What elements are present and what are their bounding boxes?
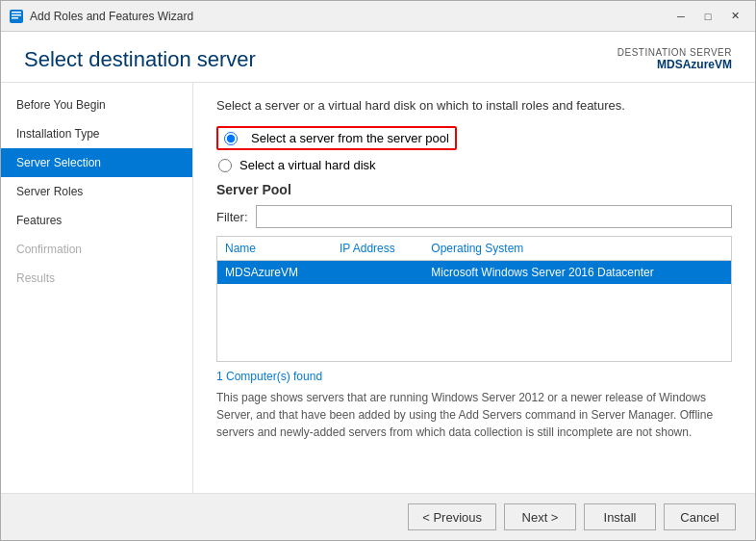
sidebar-item-features[interactable]: Features <box>1 206 192 235</box>
previous-button[interactable]: < Previous <box>408 503 496 530</box>
sidebar-item-results: Results <box>1 264 192 293</box>
cell-name: MDSAzureVM <box>217 261 332 285</box>
radio-server-pool-label: Select a server from the server pool <box>251 131 449 145</box>
server-table: Name IP Address Operating System MDSAzur… <box>216 236 732 362</box>
radio-virtual-disk-option[interactable]: Select a virtual hard disk <box>218 158 732 172</box>
server-pool-section: Server Pool Filter: Name IP Address Oper… <box>216 182 732 441</box>
cancel-button[interactable]: Cancel <box>664 503 736 530</box>
radio-server-pool-option[interactable]: Select a server from the server pool <box>216 126 732 150</box>
sidebar: Before You Begin Installation Type Serve… <box>1 83 193 493</box>
svg-rect-3 <box>12 12 21 13</box>
next-button[interactable]: Next > <box>504 503 576 530</box>
sidebar-item-installation-type[interactable]: Installation Type <box>1 119 192 148</box>
radio-virtual-disk[interactable] <box>218 159 232 172</box>
destination-server-label: DESTINATION SERVER <box>617 47 732 58</box>
body-area: Before You Begin Installation Type Serve… <box>1 83 755 493</box>
table-empty-row <box>217 284 732 361</box>
col-ip: IP Address <box>332 237 423 261</box>
wizard-window: Add Roles and Features Wizard ─ □ ✕ Sele… <box>0 0 756 541</box>
server-pool-title: Server Pool <box>216 182 732 197</box>
window-title: Add Roles and Features Wizard <box>30 10 668 23</box>
description-text: This page shows servers that are running… <box>216 389 732 441</box>
table-header-row: Name IP Address Operating System <box>217 237 732 261</box>
wizard-icon <box>9 9 24 24</box>
window-controls: ─ □ ✕ <box>668 6 747 27</box>
sidebar-item-server-roles[interactable]: Server Roles <box>1 177 192 206</box>
table-row[interactable]: MDSAzureVM Microsoft Windows Server 2016… <box>217 261 732 285</box>
col-os: Operating System <box>423 237 731 261</box>
install-button[interactable]: Install <box>584 503 656 530</box>
title-bar: Add Roles and Features Wizard ─ □ ✕ <box>1 1 755 32</box>
main-layout: Select destination server DESTINATION SE… <box>1 32 755 540</box>
col-name: Name <box>217 237 332 261</box>
destination-server-info: DESTINATION SERVER MDSAzureVM <box>617 47 732 71</box>
page-title: Select destination server <box>24 47 256 72</box>
svg-rect-1 <box>12 14 21 16</box>
main-content: Select a server or a virtual hard disk o… <box>193 83 755 493</box>
computers-found: 1 Computer(s) found <box>216 370 732 383</box>
radio-highlight: Select a server from the server pool <box>216 126 457 150</box>
minimize-button[interactable]: ─ <box>668 6 693 27</box>
cell-ip <box>332 261 423 285</box>
filter-input[interactable] <box>256 205 733 228</box>
instruction-text: Select a server or a virtual hard disk o… <box>216 98 732 113</box>
sidebar-item-server-selection[interactable]: Server Selection <box>1 148 192 177</box>
svg-rect-2 <box>12 17 18 19</box>
radio-virtual-disk-label: Select a virtual hard disk <box>239 158 376 172</box>
radio-group: Select a server from the server pool Sel… <box>216 126 732 172</box>
header-section: Select destination server DESTINATION SE… <box>1 32 755 83</box>
close-button[interactable]: ✕ <box>722 6 747 27</box>
footer: < Previous Next > Install Cancel <box>1 493 755 540</box>
sidebar-item-confirmation: Confirmation <box>1 235 192 264</box>
empty-cell <box>217 284 732 361</box>
destination-server-name: MDSAzureVM <box>617 58 732 71</box>
sidebar-item-before-you-begin[interactable]: Before You Begin <box>1 90 192 119</box>
radio-server-pool[interactable] <box>224 132 238 145</box>
cell-os: Microsoft Windows Server 2016 Datacenter <box>423 261 731 285</box>
filter-row: Filter: <box>216 205 732 228</box>
maximize-button[interactable]: □ <box>695 6 720 27</box>
filter-label: Filter: <box>216 210 248 224</box>
